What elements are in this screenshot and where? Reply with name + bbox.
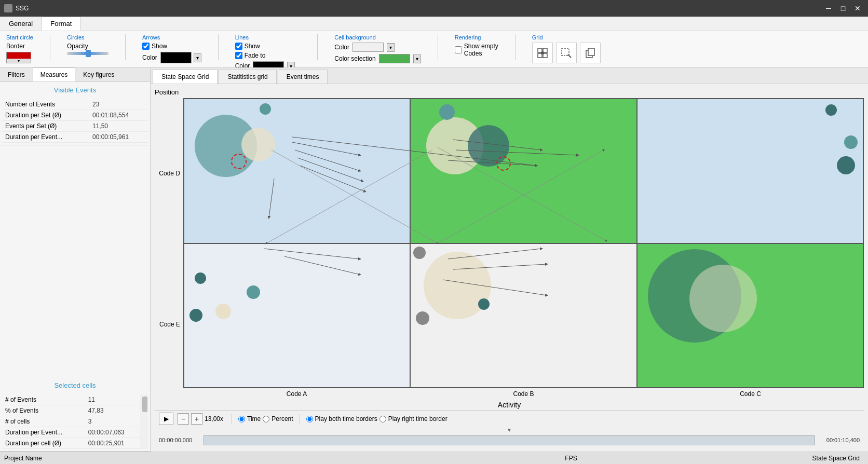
cell-e-c[interactable] xyxy=(637,243,863,388)
tab-event-times[interactable]: Event times xyxy=(278,70,328,84)
close-button[interactable]: ✕ xyxy=(851,3,864,13)
lines-fade-checkbox[interactable] xyxy=(235,52,242,59)
selected-cells-title: Selected cells xyxy=(2,379,148,391)
arrows-color-dropdown[interactable]: ▾ xyxy=(194,53,201,62)
tab-measures[interactable]: Measures xyxy=(33,67,76,81)
label-cells: # of cells xyxy=(2,416,85,427)
rendering-show-empty-label: Show emptyCodes xyxy=(464,43,498,58)
status-fps: FPS xyxy=(382,455,760,462)
titlebar-controls: ─ □ ✕ xyxy=(822,3,864,13)
lines-show-row: Show xyxy=(235,43,301,50)
grid-copy-btn[interactable] xyxy=(580,43,601,63)
row-label-d: Code D xyxy=(155,98,183,249)
percent-radio[interactable] xyxy=(263,416,269,422)
table-row: Events per Set (Ø) 11,50 xyxy=(2,121,148,132)
col-labels: Code A Code B Code C xyxy=(183,388,864,400)
start-circle-color-btn[interactable]: ▾ xyxy=(6,52,31,63)
table-row: Duration per Set (Ø) 00:01:08,554 xyxy=(2,110,148,121)
rendering-show-empty-checkbox[interactable] xyxy=(455,46,462,53)
cell-d-c[interactable] xyxy=(637,99,863,243)
circle-e-c-beige xyxy=(689,265,757,332)
circles-opacity-label: Opacity xyxy=(67,43,88,50)
grid-copy-icon xyxy=(585,47,596,59)
toolbar-arrows: Arrows Show Color ▾ xyxy=(142,34,201,63)
grid-layout-btn[interactable] xyxy=(532,43,553,63)
svg-rect-7 xyxy=(588,48,594,56)
cell-bg-colorsel-swatch xyxy=(379,54,410,63)
label-dur-cell: Duration per cell (Ø) xyxy=(2,438,85,449)
cell-bg-label: Cell background xyxy=(334,34,421,40)
label-num-events: Number of Events xyxy=(2,99,89,110)
cell-d-a[interactable] xyxy=(184,99,410,243)
border-label: Border xyxy=(6,43,25,50)
playback-bar: ▶ − + 13,00x Time Percent xyxy=(155,410,864,447)
statusbar: Project Name FPS State Space Grid xyxy=(0,452,868,464)
circle-e-a-large xyxy=(215,304,231,319)
time-radio-group: Time Percent xyxy=(238,415,293,422)
lines-show-checkbox[interactable] xyxy=(235,43,242,50)
cell-bg-color-dropdown[interactable]: ▾ xyxy=(387,43,395,52)
status-grid: State Space Grid xyxy=(760,455,864,462)
panel-tabs: Filters Measures Key figures xyxy=(0,67,150,82)
toolbar: Start circle Border ▾ Circles Opacity Ar xyxy=(0,31,868,67)
grid-label: Grid xyxy=(532,34,601,40)
visible-events-title: Visible Events xyxy=(2,84,148,96)
time-radio[interactable] xyxy=(238,416,245,422)
lines-show-label: Show xyxy=(245,43,260,50)
timeline-track[interactable] xyxy=(204,435,815,445)
label-events-set: Events per Set (Ø) xyxy=(2,121,89,132)
time-start: 00:00:00,000 xyxy=(159,437,200,443)
value-num-events: 23 xyxy=(89,99,148,110)
minimize-button[interactable]: ─ xyxy=(822,3,835,13)
play-right-radio[interactable] xyxy=(379,416,386,422)
start-circle-color-row: ▾ xyxy=(6,52,33,63)
cell-bg-colorsel-dropdown[interactable]: ▾ xyxy=(413,54,421,63)
scroll-thumb[interactable] xyxy=(142,397,147,412)
cell-d-b[interactable] xyxy=(410,99,636,243)
value-events: 11 xyxy=(85,394,141,405)
speed-increase-btn[interactable]: + xyxy=(191,413,202,425)
titlebar-left: SSG xyxy=(4,4,29,12)
tab-state-space-grid[interactable]: State Space Grid xyxy=(153,70,218,84)
play-both-radio[interactable] xyxy=(306,416,313,422)
titlebar: SSG ─ □ ✕ xyxy=(0,0,868,17)
menubar: General Format xyxy=(0,17,868,31)
speed-decrease-btn[interactable]: − xyxy=(178,413,189,425)
activity-label: Activity xyxy=(155,401,864,409)
cell-bg-color-row: Color ▾ xyxy=(334,43,421,52)
sep-3 xyxy=(218,34,219,60)
border-radio-group: Play both time borders Play right time b… xyxy=(306,415,447,422)
start-circle-border-row: Border xyxy=(6,43,33,50)
table-row: # of cells 3 xyxy=(2,416,141,427)
circle-d-a-med xyxy=(241,128,275,161)
sep-5 xyxy=(438,34,438,60)
play-button[interactable]: ▶ xyxy=(159,413,173,425)
circles-slider-thumb[interactable] xyxy=(86,50,91,57)
tab-statistics-grid[interactable]: Statitistics grid xyxy=(219,70,276,84)
maximize-button[interactable]: □ xyxy=(837,3,849,13)
collapse-button[interactable]: ▼ xyxy=(159,427,860,433)
start-circle-label: Start circle xyxy=(6,34,33,40)
grid-cells xyxy=(183,98,864,388)
menu-tab-general[interactable]: General xyxy=(0,17,42,31)
circles-label: Circles xyxy=(67,34,108,40)
lines-fade-row: Fade to xyxy=(235,52,301,59)
menu-tab-format[interactable]: Format xyxy=(42,17,80,31)
app-icon xyxy=(4,4,12,12)
time-label: Time xyxy=(247,415,261,422)
value-cells: 3 xyxy=(85,416,141,427)
circle-d-a-small xyxy=(260,103,271,115)
grid-select-btn[interactable] xyxy=(556,43,577,63)
value-events-set: 11,50 xyxy=(89,121,148,132)
toolbar-rendering: Rendering Show emptyCodes xyxy=(455,34,498,58)
scrollbar[interactable] xyxy=(141,394,148,449)
cell-e-a[interactable] xyxy=(184,243,410,388)
arrows-show-checkbox[interactable] xyxy=(142,43,150,50)
circles-opacity-slider[interactable] xyxy=(67,52,108,55)
speed-controls: − + 13,00x xyxy=(178,413,225,425)
tab-filters[interactable]: Filters xyxy=(0,67,33,81)
cell-e-b[interactable] xyxy=(410,243,636,388)
arrows-show-label: Show xyxy=(152,43,167,50)
arrows-color-select: ▾ xyxy=(160,52,201,63)
tab-key-figures[interactable]: Key figures xyxy=(75,67,122,81)
